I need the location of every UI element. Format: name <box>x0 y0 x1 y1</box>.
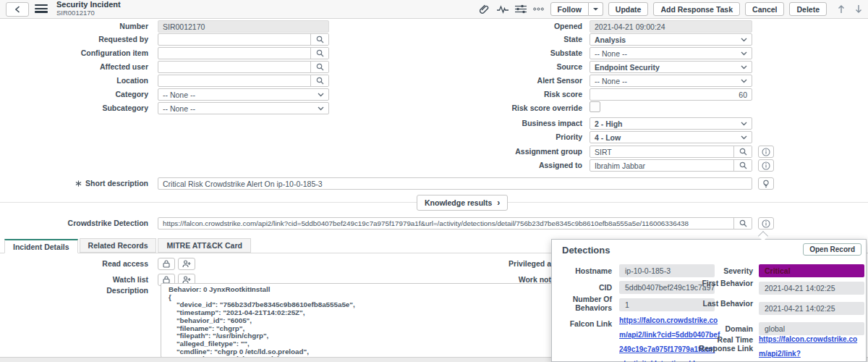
chevron-down-icon <box>313 106 328 111</box>
page-title: Security Incident <box>56 1 121 9</box>
opened-value: 2021-04-21 09:00:24 <box>590 22 752 31</box>
category-select[interactable]: -- None -- <box>158 88 329 101</box>
search-icon[interactable] <box>310 34 328 45</box>
source-select[interactable]: Endpoint Security <box>590 61 752 73</box>
priority-select[interactable]: 4 - Low <box>590 131 752 143</box>
affected-user-label: Affected user <box>0 62 148 72</box>
alert-sensor-value: -- None -- <box>590 77 736 85</box>
tab-mitre-attck-card[interactable]: MITRE ATT&CK Card <box>158 238 250 253</box>
risk-score-override-label: Risk score override <box>430 104 582 113</box>
configuration-item-field[interactable] <box>158 47 329 59</box>
business-impact-select[interactable]: 2 - High <box>590 117 752 130</box>
privileged-access-label: Privileged a <box>479 259 551 268</box>
subcategory-label: Subcategory <box>0 104 148 113</box>
business-impact-label: Business impact <box>430 119 582 128</box>
alert-sensor-select[interactable]: -- None -- <box>590 75 752 87</box>
search-icon[interactable] <box>733 160 752 171</box>
risk-score-field[interactable]: 60 <box>590 88 752 101</box>
context-menu-icon[interactable] <box>35 4 48 14</box>
delete-button[interactable]: Delete <box>789 2 827 16</box>
priority-value: 4 - Low <box>590 133 736 142</box>
severity-badge: Critical <box>759 264 864 277</box>
substate-select[interactable]: -- None -- <box>590 47 752 59</box>
risk-score-label: Risk score <box>430 90 582 99</box>
read-access-lock-button[interactable] <box>158 258 175 270</box>
falcon-link-label: Falcon Link <box>552 319 612 328</box>
record-number: SIR0012170 <box>56 9 121 17</box>
chevron-down-icon <box>736 38 752 42</box>
update-button[interactable]: Update <box>608 2 649 16</box>
more-options-icon[interactable] <box>532 3 545 16</box>
crowdstrike-detection-preview-button[interactable] <box>758 217 774 230</box>
info-icon <box>762 219 770 228</box>
info-icon <box>762 148 770 156</box>
follow-dropdown-button[interactable] <box>589 2 603 16</box>
substate-value: -- None -- <box>590 49 736 58</box>
lock-icon <box>163 260 170 268</box>
assignment-group-label: Assignment group <box>430 147 582 156</box>
domain-label: Domain <box>689 324 753 333</box>
search-icon[interactable] <box>733 218 752 229</box>
first-behavior-value: 2021-04-21 14:02:25 <box>759 282 864 295</box>
chevron-down-icon <box>736 51 752 56</box>
assignment-group-value: SIRT <box>590 148 733 156</box>
short-description-label-row: Short description <box>0 179 148 188</box>
number-value: SIR0012170 <box>158 22 328 31</box>
state-select[interactable]: Analysis <box>590 33 752 46</box>
info-icon <box>762 161 770 170</box>
number-label: Number <box>0 22 148 31</box>
tab-incident-details[interactable]: Incident Details <box>4 239 78 253</box>
read-access-label: Read access <box>0 259 148 269</box>
location-field[interactable] <box>158 75 329 87</box>
state-label: State <box>430 35 582 44</box>
lightbulb-icon <box>762 180 770 188</box>
knowledge-results-button[interactable]: Knowledge results › <box>417 195 508 211</box>
personalize-form-icon[interactable] <box>514 3 527 16</box>
detections-popup: Detections Open Record Hostname ip-10-0-… <box>551 239 867 362</box>
subcategory-select[interactable]: -- None -- <box>158 102 329 114</box>
opened-label: Opened <box>430 22 582 31</box>
tab-related-records[interactable]: Related Records <box>80 238 157 253</box>
last-behavior-label: Last Behavior <box>689 299 753 308</box>
assigned-to-field[interactable]: Ibrahim Jabbar <box>590 159 752 172</box>
required-asterisk-icon <box>75 180 82 187</box>
back-button[interactable] <box>6 2 29 17</box>
assignment-group-field[interactable]: SIRT <box>590 146 752 158</box>
read-access-add-user-button[interactable] <box>178 258 195 270</box>
search-icon[interactable] <box>733 146 752 157</box>
chevron-down-icon <box>736 79 752 83</box>
crowdstrike-detection-value: https://falcon.crowdstrike.com/api2/link… <box>158 219 733 227</box>
attachment-icon[interactable] <box>478 3 491 16</box>
cancel-button[interactable]: Cancel <box>745 2 784 16</box>
search-icon[interactable] <box>310 62 328 72</box>
subcategory-value: -- None -- <box>158 104 313 113</box>
short-description-field[interactable]: Critical Risk Crowdstrike Alert On ip-10… <box>158 177 752 190</box>
follow-button[interactable]: Follow <box>550 2 589 16</box>
real-time-response-link[interactable]: https://falcon.crowdstrike.com/api2/link… <box>759 332 864 361</box>
search-icon[interactable] <box>310 48 328 59</box>
last-behavior-value: 2021-04-21 14:02:25 <box>759 302 864 315</box>
suggestion-button[interactable] <box>758 177 774 190</box>
popup-title: Detections <box>562 245 610 256</box>
crowdstrike-detection-field[interactable]: https://falcon.crowdstrike.com/api2/link… <box>158 217 752 230</box>
chevron-down-icon <box>313 93 328 97</box>
first-behavior-label: First Behavior <box>689 279 753 287</box>
open-record-button[interactable]: Open Record <box>803 243 861 256</box>
previous-record-icon[interactable] <box>835 3 848 16</box>
severity-label: Severity <box>689 266 753 275</box>
activity-stream-icon[interactable] <box>496 3 509 16</box>
search-icon[interactable] <box>310 75 328 86</box>
crowdstrike-detection-label: Crowdstrike Detection <box>0 219 148 228</box>
add-response-task-button[interactable]: Add Response Task <box>653 2 740 16</box>
configuration-item-label: Configuration item <box>0 49 148 58</box>
next-record-icon[interactable] <box>852 3 865 16</box>
category-value: -- None -- <box>158 90 313 99</box>
requested-by-field[interactable] <box>158 33 329 46</box>
chevron-down-icon <box>736 65 752 70</box>
knowledge-results-label: Knowledge results <box>425 198 492 207</box>
affected-user-field[interactable] <box>158 61 329 73</box>
assignment-group-preview-button[interactable] <box>758 146 774 158</box>
risk-score-override-checkbox[interactable] <box>590 101 600 112</box>
assigned-to-preview-button[interactable] <box>758 159 774 172</box>
rtr-link-label: Real Time Response Link <box>689 335 753 353</box>
